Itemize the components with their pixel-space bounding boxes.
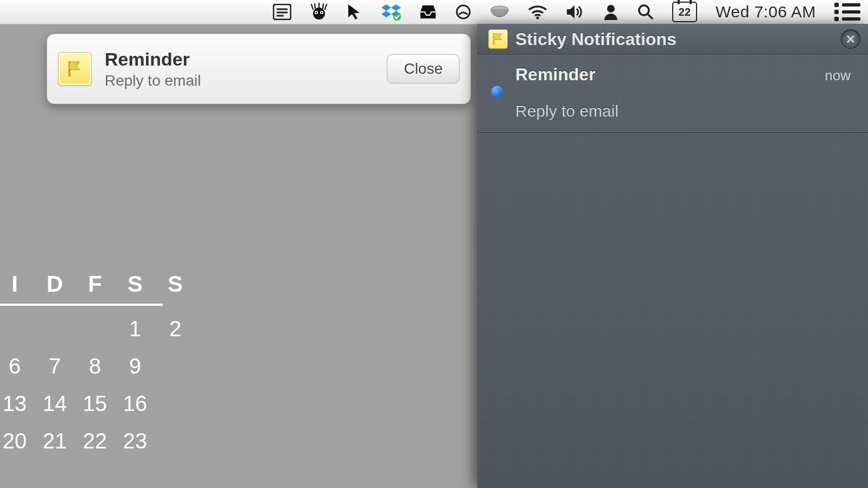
calendar-cell: 16 xyxy=(115,391,155,416)
calendar-cell: 21 xyxy=(35,429,75,453)
notification-item-time: now xyxy=(825,67,851,84)
desktop-calendar-widget: I D F S S . . . 1 2 6 7 8 9 13 14 15 16 … xyxy=(0,271,195,466)
calendar-cell: 15 xyxy=(75,391,115,416)
notification-center-panel: Sticky Notifications Reminder now Reply … xyxy=(477,24,868,488)
inbox-icon[interactable] xyxy=(419,0,437,24)
notification-banner[interactable]: Reminder Reply to email Close xyxy=(47,34,471,104)
circle-slash-icon[interactable] xyxy=(455,0,471,24)
notification-banner-title: Reminder xyxy=(105,49,374,70)
volume-icon[interactable] xyxy=(566,0,584,24)
search-icon[interactable] xyxy=(637,0,654,24)
note-icon[interactable] xyxy=(273,0,291,24)
menu-bar: 22 Wed 7:06 AM xyxy=(0,0,868,24)
notification-banner-text: Reminder Reply to email xyxy=(105,49,374,89)
calendar-cell: 22 xyxy=(75,429,115,453)
svg-point-8 xyxy=(321,12,323,14)
calendar-day-header: I xyxy=(0,271,35,297)
calendar-divider xyxy=(0,304,163,306)
notification-banner-body: Reply to email xyxy=(105,72,374,89)
calendar-row: 20 21 22 23 xyxy=(0,429,195,453)
calendar-cell: 9 xyxy=(115,354,155,378)
menubar-date-number: 22 xyxy=(679,7,691,17)
calendar-row: 6 7 8 9 xyxy=(0,354,195,378)
calendar-cell: 6 xyxy=(0,354,35,378)
calendar-day-header: S xyxy=(115,271,155,297)
sticky-notifications-app-icon xyxy=(58,52,92,86)
user-icon[interactable] xyxy=(603,0,619,24)
calendar-cell: 7 xyxy=(35,354,75,378)
menubar-clock[interactable]: Wed 7:06 AM xyxy=(716,0,816,24)
notification-item-title: Reminder xyxy=(515,65,596,85)
calendar-day-header: F xyxy=(75,271,115,297)
calendar-cell: 14 xyxy=(35,391,75,416)
svg-point-12 xyxy=(536,17,539,20)
cursor-icon[interactable] xyxy=(347,0,363,24)
calendar-day-header: S xyxy=(155,271,195,297)
menubar-date-icon[interactable]: 22 xyxy=(672,0,697,24)
calendar-day-headers: I D F S S xyxy=(0,271,195,297)
calendar-cell: 20 xyxy=(0,429,35,453)
calendar-day-header: D xyxy=(35,271,75,297)
calendar-cell: 13 xyxy=(0,391,35,416)
svg-point-13 xyxy=(607,5,615,12)
calendar-row: 13 14 15 16 xyxy=(0,391,195,416)
notification-center-header: Sticky Notifications xyxy=(477,24,868,55)
notification-center-icon[interactable] xyxy=(834,0,860,24)
unread-dot-icon xyxy=(492,86,502,97)
calendar-row: . . . 1 2 xyxy=(0,317,195,341)
bowl-icon[interactable] xyxy=(490,0,509,24)
calendar-cell: 2 xyxy=(155,317,195,341)
svg-point-4 xyxy=(313,8,325,20)
svg-point-7 xyxy=(316,12,317,14)
notification-item-body: Reply to email xyxy=(515,102,854,120)
notification-item[interactable]: Reminder now Reply to email xyxy=(477,55,868,133)
wifi-icon[interactable] xyxy=(528,0,547,24)
sticky-notifications-app-icon-small xyxy=(488,29,508,49)
calendar-cell: 23 xyxy=(115,429,155,453)
svg-point-14 xyxy=(639,5,649,15)
mascot-icon[interactable] xyxy=(310,0,328,24)
dropbox-icon[interactable] xyxy=(381,0,401,24)
clear-notifications-button[interactable] xyxy=(841,29,860,49)
svg-line-15 xyxy=(648,14,653,19)
calendar-cell: 8 xyxy=(75,354,115,378)
notification-center-app-title: Sticky Notifications xyxy=(515,29,676,49)
calendar-cell: 1 xyxy=(115,317,155,341)
close-button[interactable]: Close xyxy=(387,54,459,84)
